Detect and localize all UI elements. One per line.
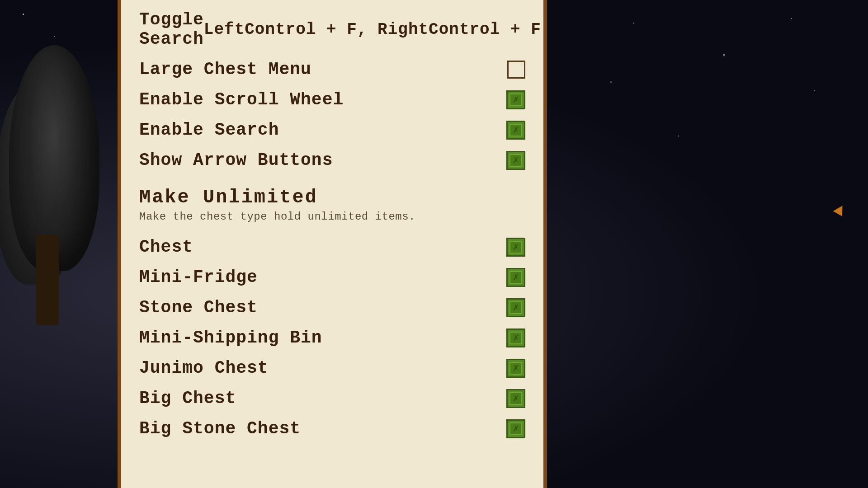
junimo-chest-checkbox[interactable]	[506, 359, 525, 378]
stone-chest-checkbox[interactable]	[506, 298, 525, 317]
junimo-chest-label: Junimo Chest	[139, 358, 269, 378]
toggle-search-label: Toggle Search	[139, 10, 204, 49]
toggle-search-keybind: LeftControl + F, RightControl + F	[204, 20, 541, 39]
stone-chest-label: Stone Chest	[139, 298, 258, 317]
enable-search-row: Enable Search	[139, 115, 525, 145]
make-unlimited-header: Make Unlimited	[139, 180, 525, 211]
enable-scroll-wheel-row: Enable Scroll Wheel	[139, 84, 525, 115]
enable-scroll-wheel-checkbox[interactable]	[506, 90, 525, 109]
mini-shipping-bin-label: Mini-Shipping Bin	[139, 328, 322, 347]
show-arrow-buttons-checkbox[interactable]	[506, 151, 525, 170]
show-arrow-buttons-row: Show Arrow Buttons	[139, 145, 525, 175]
show-arrow-buttons-label: Show Arrow Buttons	[139, 150, 333, 170]
large-chest-menu-label: Large Chest Menu	[139, 60, 311, 79]
mini-fridge-label: Mini-Fridge	[139, 267, 258, 287]
large-chest-menu-checkbox[interactable]	[507, 61, 525, 79]
junimo-chest-row: Junimo Chest	[139, 353, 525, 383]
big-stone-chest-row: Big Stone Chest	[139, 413, 525, 444]
enable-search-checkbox[interactable]	[506, 121, 525, 140]
tree-decoration	[0, 45, 104, 361]
toggle-search-row: Toggle Search LeftControl + F, RightCont…	[139, 5, 525, 54]
enable-search-label: Enable Search	[139, 120, 279, 140]
mini-shipping-bin-checkbox[interactable]	[506, 328, 525, 347]
make-unlimited-description: Make the chest type hold unlimited items…	[139, 211, 525, 232]
enable-scroll-wheel-label: Enable Scroll Wheel	[139, 90, 344, 109]
big-chest-checkbox[interactable]	[506, 389, 525, 408]
chest-label: Chest	[139, 237, 193, 257]
make-unlimited-section: Make Unlimited Make the chest type hold …	[139, 175, 525, 232]
settings-panel: Toggle Search LeftControl + F, RightCont…	[118, 0, 547, 488]
stone-chest-row: Stone Chest	[139, 292, 525, 323]
big-chest-label: Big Chest	[139, 389, 236, 408]
chest-checkbox[interactable]	[506, 238, 525, 257]
mini-fridge-checkbox[interactable]	[506, 268, 525, 287]
large-chest-menu-row: Large Chest Menu	[139, 54, 525, 84]
mini-shipping-bin-row: Mini-Shipping Bin	[139, 323, 525, 353]
big-stone-chest-checkbox[interactable]	[506, 419, 525, 438]
settings-list: Toggle Search LeftControl + F, RightCont…	[121, 0, 543, 453]
big-stone-chest-label: Big Stone Chest	[139, 419, 301, 438]
big-chest-row: Big Chest	[139, 383, 525, 413]
mini-fridge-row: Mini-Fridge	[139, 262, 525, 292]
chest-row: Chest	[139, 232, 525, 262]
